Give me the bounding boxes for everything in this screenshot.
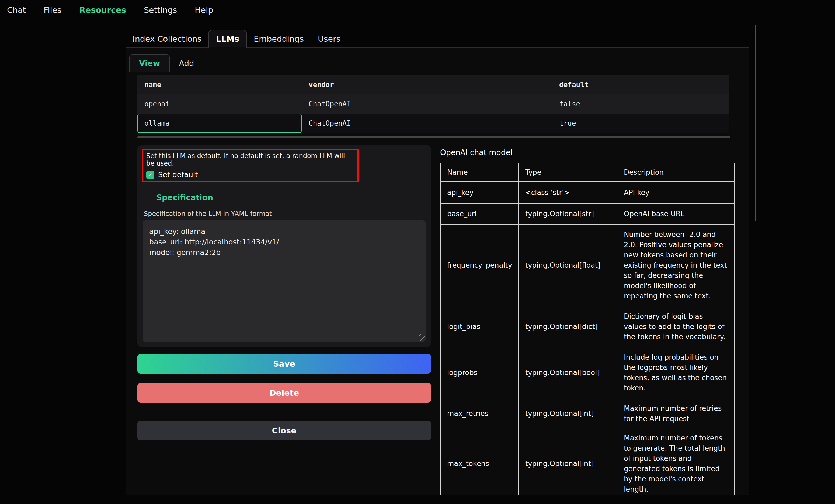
llm-col-header-name[interactable]: name (137, 76, 302, 94)
doc-cell-type: typing.Optional[str] (518, 203, 617, 224)
top-nav: Chat Files Resources Settings Help (6, 4, 213, 16)
doc-cell-type: typing.Optional[bool] (518, 347, 617, 398)
resize-handle-icon[interactable] (418, 334, 425, 341)
llm-list-table: name vendor default openai ChatOpenAI fa… (137, 76, 729, 133)
resources-main: Index Collections LLMs Embeddings Users … (125, 30, 749, 496)
doc-cell-type: typing.Optional[float] (518, 224, 617, 306)
specification-heading: Specification (156, 193, 213, 202)
llm-table-horizontal-scrollbar[interactable] (137, 136, 730, 138)
doc-col-name: Name (441, 163, 518, 182)
table-row: logit_bias typing.Optional[dict] Diction… (441, 306, 735, 347)
doc-cell-type: typing.Optional[dict] (518, 306, 617, 347)
doc-cell-description: Include log probabilities on the logprob… (617, 347, 735, 398)
doc-cell-name: logprobs (441, 347, 518, 398)
doc-cell-name: logit_bias (441, 306, 518, 347)
doc-col-description: Description (617, 163, 735, 182)
doc-cell-name: base_url (441, 203, 518, 224)
nav-item-chat[interactable]: Chat (6, 4, 26, 16)
model-doc-table: Name Type Description api_key <class 'st… (440, 163, 735, 496)
doc-table-header: Name Type Description (441, 163, 735, 182)
subtab-view[interactable]: View (129, 55, 170, 72)
yaml-spec-textarea[interactable]: api_key: ollama base_url: http://localho… (143, 220, 426, 342)
llm-table-header: name vendor default (137, 76, 729, 94)
checkmark-icon: ✓ (148, 171, 153, 178)
llm-col-header-default[interactable]: default (552, 76, 729, 94)
table-row: base_url typing.Optional[str] OpenAI bas… (441, 203, 735, 224)
doc-col-type: Type (518, 163, 617, 182)
doc-cell-type: <class 'str'> (518, 182, 617, 203)
set-default-checkbox[interactable]: ✓ (146, 171, 154, 179)
tab-users[interactable]: Users (311, 30, 347, 47)
llm-cell-name-selected[interactable]: ollama (137, 113, 302, 133)
doc-cell-name: api_key (441, 182, 518, 203)
table-row[interactable]: openai ChatOpenAI false (137, 94, 729, 113)
doc-cell-name: max_tokens (441, 429, 518, 496)
doc-cell-name: max_retries (441, 398, 518, 429)
table-row[interactable]: ollama ChatOpenAI true (137, 113, 729, 133)
tab-embeddings[interactable]: Embeddings (247, 30, 311, 47)
set-default-hint: Set this LLM as default. If no default i… (146, 152, 354, 167)
table-row: max_retries typing.Optional[int] Maximum… (441, 398, 735, 429)
subtab-add[interactable]: Add (170, 55, 203, 71)
llm-cell-default[interactable]: false (552, 94, 729, 113)
resources-tabbar: Index Collections LLMs Embeddings Users (125, 30, 749, 48)
nav-item-settings[interactable]: Settings (143, 4, 178, 16)
set-default-label[interactable]: Set default (158, 170, 198, 179)
page-scrollbar[interactable] (755, 25, 756, 221)
llm-cell-vendor[interactable]: ChatOpenAI (302, 113, 552, 133)
llms-panel: View Add name vendor default openai Chat… (125, 48, 749, 496)
llm-detail-card: Set this LLM as default. If no default i… (137, 145, 431, 347)
doc-cell-description: Dictionary of logit bias values to add t… (617, 306, 735, 347)
doc-cell-name: frequency_penalty (441, 224, 518, 306)
doc-cell-description: Maximum number of retries for the API re… (617, 398, 735, 429)
table-row: frequency_penalty typing.Optional[float]… (441, 224, 735, 306)
llm-cell-vendor[interactable]: ChatOpenAI (302, 94, 552, 113)
nav-item-help[interactable]: Help (194, 4, 213, 16)
doc-cell-description: OpenAI base URL (617, 203, 735, 224)
table-row: api_key <class 'str'> API key (441, 182, 735, 203)
table-row: logprobs typing.Optional[bool] Include l… (441, 347, 735, 398)
delete-button[interactable]: Delete (137, 383, 431, 403)
llm-cell-name[interactable]: openai (137, 94, 302, 113)
save-button[interactable]: Save (137, 354, 431, 374)
doc-cell-description: API key (617, 182, 735, 203)
llm-cell-default[interactable]: true (552, 113, 729, 133)
tab-index-collections[interactable]: Index Collections (125, 30, 208, 47)
model-doc-title: OpenAI chat model (440, 148, 512, 157)
llms-subtabbar: View Add (129, 53, 745, 72)
annotation-red-box: Set this LLM as default. If no default i… (142, 149, 359, 182)
nav-item-files[interactable]: Files (43, 4, 62, 16)
doc-cell-description: Number between -2.0 and 2.0. Positive va… (617, 224, 735, 306)
doc-cell-type: typing.Optional[int] (518, 429, 617, 496)
doc-cell-type: typing.Optional[int] (518, 398, 617, 429)
nav-item-resources[interactable]: Resources (79, 4, 127, 16)
llm-col-header-vendor[interactable]: vendor (302, 76, 552, 94)
specification-subtitle: Specification of the LLM in YAML format (144, 210, 272, 217)
tab-llms[interactable]: LLMs (208, 30, 247, 48)
doc-cell-description: Maximum number of tokens to generate. Th… (617, 429, 735, 496)
table-row: max_tokens typing.Optional[int] Maximum … (441, 429, 735, 496)
set-default-row: ✓ Set default (146, 170, 354, 179)
close-button[interactable]: Close (137, 421, 431, 440)
